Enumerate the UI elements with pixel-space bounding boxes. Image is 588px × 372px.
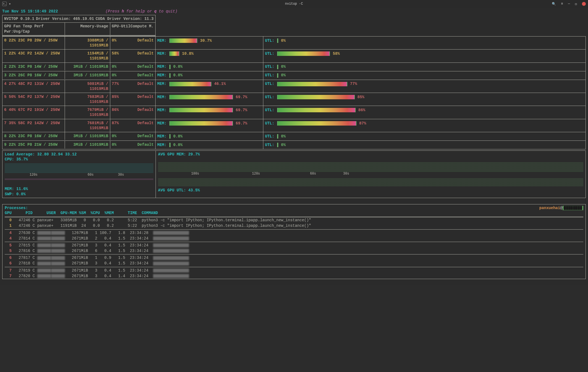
search-icon[interactable]: 🔍: [552, 2, 556, 6]
utl-bar: UTL: 0%: [265, 63, 584, 71]
close-icon[interactable]: [582, 2, 586, 6]
avg-gpu-mem: AVG GPU MEM: 29.7%: [158, 152, 583, 157]
mem-bar: MEM: 69.7%: [157, 120, 261, 127]
avg-gpu-utl: AVG GPU UTL: 43.5%: [158, 188, 583, 193]
process-box: Processes: panxuehai@████████ GPU PID US…: [2, 204, 586, 279]
system-box: Load Average: 32.80 32.94 33.12 CPU: 35.…: [2, 150, 586, 198]
dropdown-icon[interactable]: ▾: [9, 2, 11, 6]
utl-bar: UTL: 58%: [265, 50, 584, 57]
gpu-row: 2 22% 23C P8 14W / 250W 3MiB / 11019MiB …: [2, 63, 586, 71]
utl-bar: UTL: 87%: [265, 120, 584, 127]
gpu-columns-header: GPU Fan Temp Perf Pwr:Usg/Cap Memory-Usa…: [2, 23, 155, 36]
processes-title: Processes:: [5, 205, 28, 210]
gpu-row: 9 22% 25C P8 21W / 250W 3MiB / 11019MiB …: [2, 141, 586, 149]
mem-bar: MEM: 0.0%: [157, 63, 261, 71]
maximize-icon[interactable]: ◻: [575, 2, 577, 6]
process-row: 0 47246 C panxue+ 3385MiB 0 0.0 0.2 5:22…: [5, 217, 583, 223]
gpu-row: 7 35% 58C P2 142W / 250W 7681MiB / 11019…: [2, 119, 586, 132]
mem-bar: MEM: 69.7%: [157, 106, 261, 114]
gpu-util: 58%Default: [110, 50, 155, 62]
process-row: 4 27814 C 2671MiB 2 0.4 1.5 23:34:24: [5, 236, 583, 241]
cpu-axis: 120s 60s 30s: [5, 173, 153, 178]
gpu-memusage: 3MiB / 11019MiB: [65, 141, 110, 149]
mem-bar: MEM: 46.1%: [157, 80, 261, 88]
gpu-util: 0%Default: [110, 37, 155, 49]
gpu-util: 85%Default: [110, 93, 155, 106]
gpu-util: 77%Default: [110, 80, 155, 93]
gpu-memusage: 7679MiB / 11019MiB: [65, 106, 110, 119]
mem-bar: MEM: 30.7%: [157, 37, 261, 44]
gpu-row: 4 27% 48C P2 131W / 250W 5081MiB / 11019…: [2, 80, 586, 93]
gpu-stats: 8 22% 23C P8 16W / 250W: [2, 132, 65, 140]
process-row: 1 47246 C panxue+ 1191MiB 24 0.0 0.2 5:2…: [5, 223, 583, 228]
gpu-stats: 1 22% 43C P2 142W / 250W: [2, 50, 65, 62]
sys-mem: MEM: 11.6%: [5, 186, 153, 191]
gpu-axis: 180s 120s 60s 30s: [158, 172, 583, 177]
process-row: 6 27818 C 2671MiB 3 0.4 1.5 23:34:24: [5, 261, 583, 266]
gpu-row: 5 50% 54C P2 137W / 250W 7683MiB / 11019…: [2, 93, 586, 106]
utl-bar: UTL: 0%: [265, 72, 584, 79]
gpu-row: 8 22% 23C P8 16W / 250W 3MiB / 11019MiB …: [2, 132, 586, 141]
load-average: Load Average: 32.80 32.94 33.12: [5, 152, 153, 157]
separator: [5, 254, 583, 254]
gpu-stats: 3 22% 26C P8 16W / 250W: [2, 71, 65, 79]
header-line: Tue Nov 15 19:18:49 2022(Press h for hel…: [2, 9, 586, 14]
gpu-util: 0%Default: [110, 132, 155, 140]
minimize-icon[interactable]: —: [568, 2, 570, 6]
separator: [5, 229, 583, 230]
process-row: 7 27820 C 2671MiB 3 0.4 1.4 23:34:24: [5, 273, 583, 279]
gpu-util: 0%Default: [110, 141, 155, 149]
process-row: 7 27819 C 2671MiB 3 0.4 1.5 23:34:24: [5, 268, 583, 273]
mem-bar: MEM: 0.0%: [157, 133, 261, 140]
cpu-pct: CPU: 35.7%: [5, 157, 153, 162]
window-titlebar: >_ ▾ nvitop -C 🔍 ≡ — ◻: [0, 0, 588, 8]
process-row: 4 27630 C 1267MiB 1 100.7 1.8 23:34:28: [5, 230, 583, 236]
process-row: 5 27815 C 2671MiB 3 0.4 1.5 23:34:24: [5, 243, 583, 248]
separator: [5, 242, 583, 242]
utl-bar: UTL: 85%: [265, 93, 584, 101]
mem-bar: MEM: 0.0%: [157, 141, 261, 149]
gpu-memusage: 7683MiB / 11019MiB: [65, 93, 110, 106]
gpu-row: 0 22% 23C P8 20W / 250W 3388MiB / 11019M…: [2, 36, 586, 49]
gpuutl-sparkline: [158, 178, 583, 186]
cpu-sparkline: [5, 163, 153, 173]
process-row: 5 27816 C 2671MiB 6 0.4 1.5 23:34:24: [5, 248, 583, 254]
gpu-stats: 5 50% 54C P2 137W / 250W: [2, 93, 65, 106]
utl-bar: UTL: 0%: [265, 141, 584, 149]
gpu-util: 0%Default: [110, 71, 155, 79]
mem-bar: MEM: 0.0%: [157, 72, 261, 79]
gpu-stats: 7 35% 58C P2 142W / 250W: [2, 119, 65, 132]
gpu-stats: 6 40% 67C P2 191W / 250W: [2, 106, 65, 119]
gpu-stats: 4 27% 48C P2 131W / 250W: [2, 80, 65, 93]
terminal-icon: >_: [2, 2, 7, 6]
sys-swp: SWP: 0.0%: [5, 192, 153, 197]
col-gpu-util: GPU-Util: [112, 24, 130, 34]
gpu-memusage: 3MiB / 11019MiB: [65, 132, 110, 140]
gpu-memusage: 3388MiB / 11019MiB: [65, 37, 110, 49]
user-host: panxuehai@████████: [539, 205, 583, 210]
gpu-stats: 9 22% 25C P8 21W / 250W: [2, 141, 65, 149]
menu-icon[interactable]: ≡: [561, 2, 563, 6]
gpu-memusage: 3MiB / 11019MiB: [65, 71, 110, 79]
utl-bar: UTL: 0%: [265, 133, 584, 140]
gpu-memusage: 1194MiB / 11019MiB: [65, 50, 110, 62]
gpu-row: 6 40% 67C P2 191W / 250W 7679MiB / 11019…: [2, 106, 586, 119]
utl-bar: UTL: 0%: [265, 37, 584, 44]
utl-bar: UTL: 86%: [265, 106, 584, 114]
process-row: 6 27817 C 2671MiB 1 0.9 1.5 23:34:24: [5, 255, 583, 261]
gpu-memusage: 7681MiB / 11019MiB: [65, 119, 110, 132]
gpu-row: 1 22% 43C P2 142W / 250W 1194MiB / 11019…: [2, 49, 586, 62]
utl-bar: UTL: 77%: [265, 80, 584, 88]
process-columns: GPU PID USER GPU-MEM %SM %CPU %MEM TIME …: [5, 210, 583, 217]
terminal-output: Tue Nov 15 19:18:49 2022(Press h for hel…: [0, 8, 588, 285]
separator: [5, 267, 583, 267]
gpu-memusage: 3MiB / 11019MiB: [65, 63, 110, 71]
gpu-util: 0%Default: [110, 63, 155, 71]
mem-bar: MEM: 10.8%: [157, 50, 261, 57]
gpu-stats: 2 22% 23C P8 14W / 250W: [2, 63, 65, 71]
version-header: NVITOP 0.10.1 Driver Version: 465.19.01 …: [2, 15, 155, 23]
gpu-memusage: 5081MiB / 11019MiB: [65, 80, 110, 93]
window-title: nvitop -C: [285, 2, 303, 6]
gpu-box: NVITOP 0.10.1 Driver Version: 465.19.01 …: [2, 15, 156, 36]
gpu-row: 3 22% 26C P8 16W / 250W 3MiB / 11019MiB …: [2, 71, 586, 80]
